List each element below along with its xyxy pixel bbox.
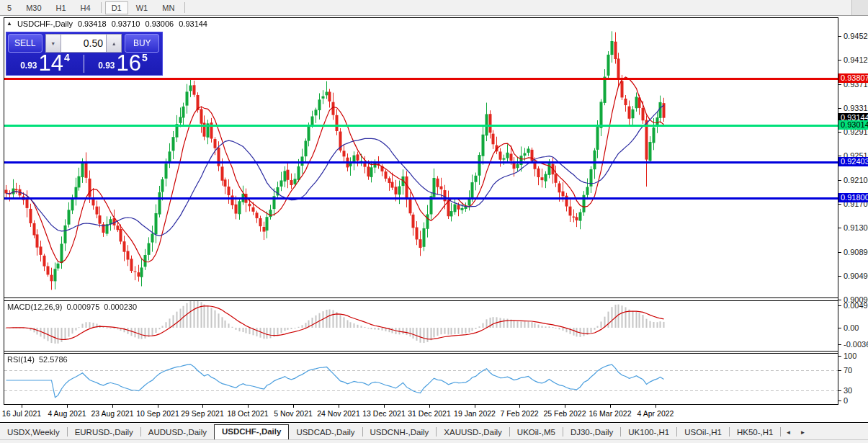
macd-pane-border-bottom (4, 351, 838, 352)
price-axis-label: 0.91300 (844, 223, 868, 232)
timeframe-button-5[interactable]: 5 (1, 1, 18, 14)
rsi-value: 52.5786 (39, 355, 68, 364)
time-axis-label: 13 Dec 2021 (362, 409, 406, 418)
time-axis-label: 4 Aug 2021 (48, 409, 86, 418)
time-axis-label: 31 Dec 2021 (408, 409, 451, 418)
chart-tabs-bar: USDX,WeeklyEURUSD-,DailyAUDUSD-,DailyUSD… (0, 424, 868, 439)
price-level-line-0.918[interactable] (4, 197, 838, 200)
price-axis-tick-mark (838, 60, 841, 61)
tab-scroll-left-icon[interactable]: ◄ (781, 426, 795, 439)
sell-price-prefix: 0.93 (20, 61, 37, 71)
sell-price[interactable]: 0.93 14 4 (6, 53, 84, 74)
chart-tab-usdcad-daily[interactable]: USDCAD-,Daily (289, 425, 362, 439)
price-axis-label: 0.90490 (844, 272, 868, 280)
price-axis-tick-mark (838, 300, 841, 300)
chart-tab-usoil-h1[interactable]: USOil-,H1 (677, 425, 729, 439)
time-axis-label: 7 Feb 2022 (500, 409, 538, 418)
timeframe-button-w1[interactable]: W1 (130, 1, 155, 14)
time-axis-label: 10 Sep 2021 (136, 409, 179, 418)
time-axis-tick-mark (22, 405, 22, 408)
price-axis-tick-mark (838, 84, 841, 85)
one-click-trade-panel: SELL ▼ ▲ BUY 0.93 14 4 0.93 16 5 (6, 32, 163, 76)
timeframe-button-m30[interactable]: M30 (19, 1, 48, 14)
price-axis-label: 0.94120 (844, 55, 868, 64)
main-pane-border-bottom (4, 297, 838, 298)
chart-tab-uk100-h1[interactable]: UK100-,H1 (621, 425, 676, 439)
toolbar-right-gripper (851, 0, 868, 15)
rsi-axis-tick-mark (838, 370, 841, 371)
timeframe-button-h4[interactable]: H4 (74, 1, 97, 14)
time-axis-label: 19 Jan 2022 (454, 409, 496, 418)
price-axis-tick-mark (838, 36, 841, 37)
price-axis-tick-mark (838, 180, 841, 181)
price-axis-label: 0.90890 (844, 248, 868, 256)
ohlc-low: 0.93006 (145, 19, 174, 28)
rsi-axis-label: 30 (844, 386, 852, 395)
price-level-line-0.92403[interactable] (4, 161, 838, 164)
window-border-bottom (0, 422, 868, 423)
chart-tab-hk50-h1[interactable]: HK50-,H1 (730, 425, 781, 439)
price-axis-tick-mark (838, 132, 841, 133)
chart-tab-audusd-daily[interactable]: AUDUSD-,Daily (141, 425, 214, 439)
rsi-label: RSI(14) 52.5786 (7, 355, 68, 364)
time-axis-tick-mark (112, 405, 113, 408)
time-axis-tick-mark (429, 405, 430, 408)
macd-label: MACD(12,26,9) 0.000975 0.000230 (7, 303, 137, 311)
chart-tab-ukoil-m5[interactable]: UKOil-,M5 (510, 425, 563, 439)
buy-price[interactable]: 0.93 16 5 (84, 53, 161, 74)
price-tag-0.93807: 0.93807 (838, 73, 868, 83)
price-level-line-0.93807[interactable] (4, 78, 838, 80)
timeframe-toolbar: 5M30H1H4D1W1MN (0, 0, 868, 16)
toolbar-separator (101, 2, 102, 13)
price-axis-label: 0.92100 (844, 176, 868, 184)
time-axis-tick-mark (158, 405, 158, 408)
time-axis-tick-mark (519, 405, 520, 408)
tab-scroll-right-icon[interactable]: ► (795, 426, 810, 439)
chart-tab-dj30-daily[interactable]: DJ30-,Daily (563, 425, 620, 439)
rsi-canvas[interactable] (4, 354, 838, 404)
buy-price-pip: 5 (142, 52, 148, 63)
chart-tab-eurusd-daily[interactable]: EURUSD-,Daily (68, 425, 140, 439)
sell-price-main: 14 (39, 54, 63, 72)
time-axis-tick-mark (202, 405, 203, 408)
price-level-line-0.93014[interactable] (4, 125, 838, 127)
bid-ask-display: 0.93 14 4 0.93 16 5 (6, 53, 162, 74)
macd-axis-label: 0.00 (844, 323, 859, 332)
rsi-axis-label: 70 (844, 366, 852, 375)
price-tag-0.93014: 0.93014 (838, 120, 868, 130)
time-axis-tick-mark (656, 405, 656, 408)
price-tag-0.91800: 0.91800 (838, 193, 868, 202)
collapse-one-click-icon[interactable]: ▲ (6, 21, 12, 27)
rsi-axis-tick-mark (838, 401, 841, 401)
chart-tab-xauusd-daily[interactable]: XAUUSD-,Daily (437, 425, 509, 439)
time-axis-label: 29 Sep 2021 (181, 409, 224, 418)
time-axis-label: 16 Jul 2021 (2, 409, 41, 418)
tabbar-bottom-strip (0, 439, 868, 443)
price-axis-tick-mark (838, 252, 841, 253)
chart-tab-usdchf-daily[interactable]: USDCHF-,Daily (214, 424, 289, 439)
macd-axis-label: -0.00361 (844, 340, 868, 349)
timeframe-button-d1[interactable]: D1 (105, 1, 128, 14)
timeframe-button-mn[interactable]: MN (156, 1, 181, 14)
timeframe-button-h1[interactable]: H1 (50, 1, 73, 14)
price-axis-tick-mark (838, 276, 841, 277)
chart-symbol-title: USDCHF-,Daily (17, 19, 73, 28)
time-axis-label: 16 Mar 2022 (589, 409, 632, 418)
ohlc-open: 0.93418 (78, 19, 107, 28)
time-axis-label: 25 Feb 2022 (544, 409, 586, 418)
time-axis-tick-mark (565, 405, 565, 408)
time-axis-label: 5 Nov 2021 (274, 409, 313, 418)
time-axis-label: 23 Aug 2021 (91, 409, 134, 418)
chart-tab-usdx-weekly[interactable]: USDX,Weekly (0, 425, 67, 439)
sell-button[interactable]: SELL (8, 34, 42, 53)
ohlc-high: 0.93710 (112, 19, 140, 28)
rsi-name: RSI(14) (7, 355, 35, 364)
rsi-pane-border-bottom (4, 404, 838, 405)
chart-tab-usdcnh-daily[interactable]: USDCNH-,Daily (363, 425, 437, 439)
volume-input[interactable] (61, 34, 106, 53)
chart-header: ▲ USDCHF-,Daily 0.93418 0.93710 0.93006 … (6, 19, 207, 29)
trading-terminal-window: 5M30H1H4D1W1MN ▲ USDCHF-,Daily 0.93418 0… (0, 0, 868, 443)
price-axis-tick-mark (838, 228, 841, 228)
rsi-axis-label: 0 (844, 396, 848, 405)
price-tag-0.92403: 0.92403 (838, 157, 868, 166)
